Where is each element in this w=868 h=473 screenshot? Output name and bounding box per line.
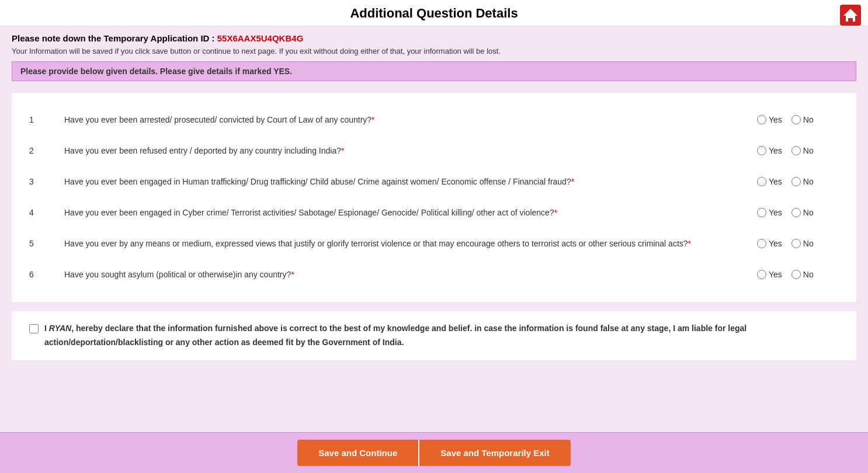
yes-label-6[interactable]: Yes	[757, 270, 782, 279]
yes-label-2[interactable]: Yes	[757, 146, 782, 155]
yes-radio-4[interactable]	[757, 208, 766, 217]
declaration-text: I RYAN, hereby declare that the informat…	[29, 322, 839, 350]
declaration-name: RYAN	[49, 324, 71, 333]
yes-label-4[interactable]: Yes	[757, 208, 782, 217]
no-radio-1[interactable]	[791, 115, 801, 124]
question-row-2: 2 Have you ever been refused entry / dep…	[29, 135, 839, 166]
no-label-6[interactable]: No	[791, 270, 814, 279]
question-row-5: 5 Have you ever by any means or medium, …	[29, 228, 839, 259]
no-radio-5[interactable]	[791, 239, 801, 248]
question-num-5: 5	[29, 238, 64, 248]
content-area: Please note down the Temporary Applicati…	[0, 26, 868, 378]
no-radio-4[interactable]	[791, 208, 801, 217]
declaration-body: I RYAN, hereby declare that the informat…	[44, 322, 839, 350]
home-icon[interactable]	[840, 5, 861, 26]
required-marker-4: *	[554, 208, 557, 217]
required-marker-1: *	[371, 115, 374, 124]
page-title: Additional Question Details	[0, 6, 868, 21]
page-wrapper: Additional Question Details Please note …	[0, 0, 868, 473]
radio-group-1: Yes No	[757, 114, 839, 124]
declaration-checkbox[interactable]	[29, 324, 39, 333]
info-text: Your Information will be saved if you cl…	[12, 47, 856, 55]
yes-label-1[interactable]: Yes	[757, 115, 782, 124]
app-id-label: Please note down the Temporary Applicati…	[12, 33, 215, 43]
app-id-line: Please note down the Temporary Applicati…	[12, 33, 856, 43]
question-row-6: 6 Have you sought asylum (political or o…	[29, 259, 839, 290]
yes-label-5[interactable]: Yes	[757, 239, 782, 248]
footer-buttons: Save and Continue Save and Temporarily E…	[0, 432, 868, 473]
yes-radio-3[interactable]	[757, 177, 766, 186]
no-radio-3[interactable]	[791, 177, 801, 186]
required-marker-3: *	[571, 177, 574, 186]
radio-group-6: Yes No	[757, 269, 839, 279]
no-radio-6[interactable]	[791, 270, 801, 279]
question-num-3: 3	[29, 176, 64, 186]
question-text-6: Have you sought asylum (political or oth…	[64, 269, 757, 281]
question-text-2: Have you ever been refused entry / depor…	[64, 145, 757, 157]
question-num-2: 2	[29, 145, 64, 155]
question-num-4: 4	[29, 207, 64, 217]
no-label-1[interactable]: No	[791, 115, 814, 124]
yes-radio-2[interactable]	[757, 146, 766, 155]
yes-radio-1[interactable]	[757, 115, 766, 124]
radio-group-3: Yes No	[757, 176, 839, 186]
save-continue-button[interactable]: Save and Continue	[297, 440, 418, 466]
notice-bar: Please provide below given details. Plea…	[12, 61, 856, 81]
required-marker-2: *	[341, 146, 344, 155]
no-label-3[interactable]: No	[791, 177, 814, 186]
question-row-1: 1 Have you ever been arrested/ prosecute…	[29, 105, 839, 135]
app-id-value: 55X6AAX5U4QKB4G	[217, 33, 304, 43]
question-text-4: Have you ever been engaged in Cyber crim…	[64, 207, 757, 219]
question-text-3: Have you ever been engaged in Human traf…	[64, 176, 757, 188]
no-label-2[interactable]: No	[791, 146, 814, 155]
declaration-section: I RYAN, hereby declare that the informat…	[12, 311, 856, 360]
no-radio-2[interactable]	[791, 146, 801, 155]
required-marker-5: *	[688, 239, 691, 248]
required-marker-6: *	[291, 270, 294, 279]
header-bar: Additional Question Details	[0, 0, 868, 26]
radio-group-2: Yes No	[757, 145, 839, 155]
yes-radio-6[interactable]	[757, 270, 766, 279]
radio-group-4: Yes No	[757, 207, 839, 217]
yes-label-3[interactable]: Yes	[757, 177, 782, 186]
question-text-1: Have you ever been arrested/ prosecuted/…	[64, 114, 757, 126]
radio-group-5: Yes No	[757, 238, 839, 248]
no-label-4[interactable]: No	[791, 208, 814, 217]
question-row-3: 3 Have you ever been engaged in Human tr…	[29, 166, 839, 197]
questions-section: 1 Have you ever been arrested/ prosecute…	[12, 93, 856, 302]
yes-radio-5[interactable]	[757, 239, 766, 248]
save-exit-button[interactable]: Save and Temporarily Exit	[418, 440, 570, 466]
question-num-6: 6	[29, 269, 64, 279]
no-label-5[interactable]: No	[791, 239, 814, 248]
question-text-5: Have you ever by any means or medium, ex…	[64, 238, 757, 250]
question-row-4: 4 Have you ever been engaged in Cyber cr…	[29, 197, 839, 228]
question-num-1: 1	[29, 114, 64, 124]
